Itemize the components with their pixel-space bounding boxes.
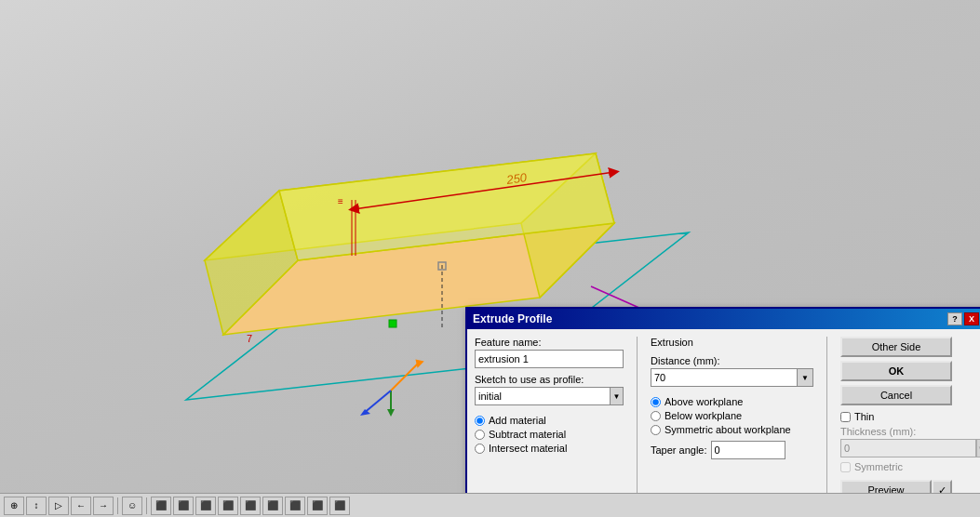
dialog-titlebar: Extrude Profile ? X — [467, 309, 980, 329]
toolbar-btn-14[interactable]: ⬛ — [285, 497, 305, 515]
symmetric-checkbox — [840, 462, 851, 472]
radio-add-material-label: Add material — [489, 415, 546, 426]
symmetric-label: Symmetric — [854, 461, 903, 472]
divider-right — [826, 337, 827, 517]
radio-intersect-material-label: Intersect material — [489, 443, 567, 454]
radio-subtract-material-label: Subtract material — [489, 429, 566, 440]
thickness-input — [840, 439, 976, 457]
taper-angle-input[interactable] — [711, 441, 785, 459]
thickness-dropdown-wrapper: ▼ — [840, 439, 961, 457]
svg-marker-17 — [387, 409, 395, 417]
feature-name-input[interactable] — [475, 350, 624, 368]
thin-label: Thin — [854, 411, 874, 422]
toolbar-redo[interactable]: → — [93, 497, 114, 515]
distance-input[interactable] — [651, 368, 797, 387]
svg-marker-15 — [412, 356, 424, 368]
toolbar-sep-2 — [146, 497, 147, 514]
toolbar-btn-11[interactable]: ⬛ — [218, 497, 238, 515]
sketch-profile-label: Sketch to use as profile: — [475, 374, 624, 385]
workplane-radio-group: Above workplane Below workplane Symmetri… — [651, 396, 813, 435]
ok-button[interactable]: OK — [840, 361, 952, 381]
toolbar-undo[interactable]: ← — [71, 497, 91, 515]
radio-below-workplane-label: Below workplane — [665, 410, 742, 421]
toolbar-sep-1 — [117, 497, 118, 514]
svg-text:7: 7 — [247, 333, 252, 344]
cancel-button[interactable]: Cancel — [840, 385, 952, 405]
taper-row: Taper angle: — [651, 441, 813, 459]
radio-below-workplane[interactable]: Below workplane — [651, 410, 813, 421]
extrusion-section-title: Extrusion — [651, 337, 813, 348]
toolbar-smiley[interactable]: ☺ — [122, 497, 142, 515]
toolbar-btn-12[interactable]: ⬛ — [240, 497, 261, 515]
thin-checkbox-row: Thin — [840, 411, 961, 422]
svg-marker-19 — [360, 409, 370, 416]
radio-below-workplane-input[interactable] — [651, 411, 661, 421]
svg-text:≡: ≡ — [338, 196, 343, 206]
middle-panel: Extrusion Distance (mm): ▼ Above workpla… — [651, 337, 813, 517]
distance-label: Distance (mm): — [651, 355, 813, 366]
right-panel: Other Side OK Cancel Thin Thickness (mm)… — [840, 337, 961, 517]
toolbar-view-3[interactable]: ▷ — [48, 497, 69, 515]
sketch-dropdown-wrapper: ▼ — [475, 387, 624, 405]
feature-name-group: Feature name: — [475, 337, 624, 368]
toolbar-zoom-fit[interactable]: ⊕ — [4, 497, 24, 515]
thickness-dropdown-button: ▼ — [976, 439, 980, 457]
material-radio-group: Add material Subtract material Intersect… — [475, 415, 624, 454]
svg-line-18 — [363, 391, 391, 414]
radio-above-workplane-label: Above workplane — [665, 396, 743, 407]
toolbar-view-2[interactable]: ↕ — [26, 497, 47, 515]
distance-dropdown-wrapper: ▼ — [651, 368, 813, 387]
radio-add-material[interactable]: Add material — [475, 415, 624, 426]
distance-group: Distance (mm): ▼ — [651, 355, 813, 387]
sketch-dropdown-button[interactable]: ▼ — [610, 387, 624, 405]
dialog-help-button[interactable]: ? — [947, 312, 962, 325]
radio-intersect-material[interactable]: Intersect material — [475, 443, 624, 454]
toolbar-btn-8[interactable]: ⬛ — [151, 497, 171, 515]
taper-angle-label: Taper angle: — [651, 444, 707, 456]
divider-left — [637, 337, 638, 517]
radio-symmetric-workplane[interactable]: Symmetric about workplane — [651, 424, 813, 435]
thickness-group: Thickness (mm): ▼ — [840, 426, 961, 457]
radio-subtract-material[interactable]: Subtract material — [475, 429, 624, 440]
radio-symmetric-workplane-label: Symmetric about workplane — [665, 424, 791, 435]
dialog-title: Extrude Profile — [473, 312, 552, 325]
sketch-profile-group: Sketch to use as profile: ▼ — [475, 374, 624, 405]
toolbar-btn-13[interactable]: ⬛ — [262, 497, 283, 515]
left-panel: Feature name: Sketch to use as profile: … — [475, 337, 624, 517]
radio-above-workplane[interactable]: Above workplane — [651, 396, 813, 407]
dialog-close-button[interactable]: X — [964, 312, 979, 325]
symmetric-row: Symmetric — [840, 461, 961, 472]
bottom-toolbar: ⊕ ↕ ▷ ← → ☺ ⬛ ⬛ ⬛ ⬛ ⬛ ⬛ ⬛ ⬛ ⬛ — [0, 493, 980, 517]
feature-name-label: Feature name: — [475, 337, 624, 348]
thin-checkbox[interactable] — [840, 412, 851, 422]
radio-intersect-material-input[interactable] — [475, 444, 485, 454]
radio-symmetric-workplane-input[interactable] — [651, 425, 661, 435]
svg-rect-8 — [389, 320, 396, 327]
radio-add-material-input[interactable] — [475, 416, 485, 426]
toolbar-btn-10[interactable]: ⬛ — [195, 497, 216, 515]
extrude-profile-dialog: Extrude Profile ? X Feature name: Sketch… — [465, 307, 980, 517]
sketch-dropdown-input[interactable] — [475, 387, 610, 405]
toolbar-btn-15[interactable]: ⬛ — [307, 497, 328, 515]
toolbar-btn-9[interactable]: ⬛ — [173, 497, 194, 515]
radio-subtract-material-input[interactable] — [475, 430, 485, 440]
dialog-controls: ? X — [947, 312, 979, 325]
other-side-button[interactable]: Other Side — [840, 337, 952, 357]
toolbar-btn-16[interactable]: ⬛ — [329, 497, 350, 515]
radio-above-workplane-input[interactable] — [651, 397, 661, 407]
distance-dropdown-button[interactable]: ▼ — [797, 368, 813, 387]
dialog-body: Feature name: Sketch to use as profile: … — [467, 329, 980, 517]
thickness-label: Thickness (mm): — [840, 426, 961, 437]
